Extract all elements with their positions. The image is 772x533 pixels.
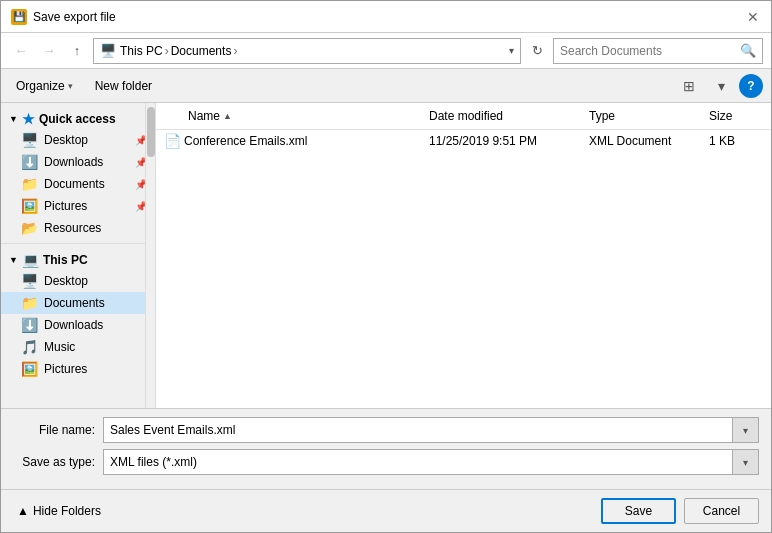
file-size: 1 KB — [701, 134, 771, 148]
sidebar-item-downloads-pc[interactable]: ⬇️ Downloads — [1, 314, 155, 336]
sidebar-item-label: Desktop — [44, 274, 88, 288]
save-type-input-wrapper[interactable]: ▾ — [103, 449, 759, 475]
sidebar-item-documents-quick[interactable]: 📁 Documents 📌 — [1, 173, 155, 195]
sidebar-item-desktop-pc[interactable]: 🖥️ Desktop — [1, 270, 155, 292]
file-icon: 📄 — [164, 133, 181, 149]
buttons-row: ▲ Hide Folders Save Cancel — [1, 489, 771, 532]
file-type: XML Document — [581, 134, 701, 148]
main-content: ▼ ★ Quick access 🖥️ Desktop 📌 ⬇️ Downloa… — [1, 103, 771, 408]
organize-button[interactable]: Organize ▾ — [9, 75, 80, 97]
file-name-label: File name: — [13, 423, 103, 437]
this-pc-label: This PC — [43, 253, 88, 267]
column-name-label: Name — [188, 109, 220, 123]
close-button[interactable]: ✕ — [745, 9, 761, 25]
sidebar-item-resources-quick[interactable]: 📂 Resources — [1, 217, 155, 239]
search-box[interactable]: 🔍 — [553, 38, 763, 64]
sidebar: ▼ ★ Quick access 🖥️ Desktop 📌 ⬇️ Downloa… — [1, 103, 156, 408]
up-button[interactable]: ↑ — [65, 39, 89, 63]
sidebar-item-desktop-quick[interactable]: 🖥️ Desktop 📌 — [1, 129, 155, 151]
sidebar-item-label: Pictures — [44, 362, 87, 376]
save-type-input[interactable] — [104, 455, 732, 469]
column-type-header[interactable]: Type — [581, 107, 701, 125]
new-folder-button[interactable]: New folder — [88, 75, 159, 97]
file-icon-col: 📄 — [156, 133, 180, 149]
sidebar-item-downloads-quick[interactable]: ⬇️ Downloads 📌 — [1, 151, 155, 173]
help-label: ? — [747, 79, 754, 93]
music-icon: 🎵 — [21, 339, 38, 355]
views-button[interactable]: ⊞ — [675, 74, 703, 98]
dialog-title: Save export file — [33, 10, 116, 24]
nav-bar: ← → ↑ 🖥️ This PC › Documents › ▾ ↻ 🔍 — [1, 33, 771, 69]
sidebar-item-label: Desktop — [44, 133, 88, 147]
file-area: Name ▲ Date modified Type Size 📄 — [156, 103, 771, 408]
address-parts: This PC › Documents › — [120, 44, 505, 58]
file-name-input-wrapper[interactable]: ▾ — [103, 417, 759, 443]
documents-icon: 📁 — [21, 295, 38, 311]
title-bar-left: 💾 Save export file — [11, 9, 116, 25]
sidebar-item-label: Pictures — [44, 199, 87, 213]
address-part-thispc: This PC — [120, 44, 163, 58]
sidebar-item-label: Documents — [44, 177, 105, 191]
column-date-header[interactable]: Date modified — [421, 107, 581, 125]
quick-access-chevron-icon: ▼ — [9, 114, 18, 124]
desktop-icon: 🖥️ — [21, 132, 38, 148]
save-type-row: Save as type: ▾ — [13, 449, 759, 475]
toolbar: Organize ▾ New folder ⊞ ▾ ? — [1, 69, 771, 103]
documents-icon: 📁 — [21, 176, 38, 192]
hide-folders-chevron-icon: ▲ — [17, 504, 29, 518]
file-list: 📄 Conference Emails.xml 11/25/2019 9:51 … — [156, 130, 771, 408]
sidebar-item-label: Documents — [44, 296, 105, 310]
sidebar-item-documents-pc[interactable]: 📁 Documents — [1, 292, 155, 314]
address-dropdown-icon[interactable]: ▾ — [509, 45, 514, 56]
column-type-label: Type — [589, 109, 615, 123]
sidebar-item-music-pc[interactable]: 🎵 Music — [1, 336, 155, 358]
sidebar-item-label: Downloads — [44, 155, 103, 169]
file-name-input[interactable] — [104, 423, 732, 437]
back-button[interactable]: ← — [9, 39, 33, 63]
column-size-label: Size — [709, 109, 732, 123]
save-type-dropdown-button[interactable]: ▾ — [732, 450, 758, 474]
help-button[interactable]: ? — [739, 74, 763, 98]
this-pc-header[interactable]: ▼ 💻 This PC — [1, 248, 155, 270]
bottom-section: File name: ▾ Save as type: ▾ — [1, 408, 771, 489]
sidebar-item-pictures-quick[interactable]: 🖼️ Pictures 📌 — [1, 195, 155, 217]
address-part-documents: Documents — [171, 44, 232, 58]
quick-access-label: Quick access — [39, 112, 116, 126]
title-bar: 💾 Save export file ✕ — [1, 1, 771, 33]
downloads-icon: ⬇️ — [21, 154, 38, 170]
save-as-type-label: Save as type: — [13, 455, 103, 469]
column-name-header[interactable]: Name ▲ — [180, 107, 421, 125]
new-folder-label: New folder — [95, 79, 152, 93]
pictures-icon: 🖼️ — [21, 198, 38, 214]
quick-access-header[interactable]: ▼ ★ Quick access — [1, 107, 155, 129]
this-pc-chevron-icon: ▼ — [9, 255, 18, 265]
quick-access-icon: ★ — [22, 111, 35, 127]
file-list-header: Name ▲ Date modified Type Size — [156, 103, 771, 130]
views-dropdown-button[interactable]: ▾ — [707, 74, 735, 98]
hide-folders-button[interactable]: ▲ Hide Folders — [13, 502, 105, 520]
table-row[interactable]: 📄 Conference Emails.xml 11/25/2019 9:51 … — [156, 130, 771, 152]
organize-chevron-icon: ▾ — [68, 81, 73, 91]
address-bar[interactable]: 🖥️ This PC › Documents › ▾ — [93, 38, 521, 64]
save-button[interactable]: Save — [601, 498, 676, 524]
cancel-label: Cancel — [703, 504, 740, 518]
column-size-header[interactable]: Size — [701, 107, 771, 125]
sidebar-divider — [1, 243, 155, 244]
cancel-button[interactable]: Cancel — [684, 498, 759, 524]
file-name: Conference Emails.xml — [180, 134, 421, 148]
refresh-button[interactable]: ↻ — [525, 39, 549, 63]
search-input[interactable] — [560, 44, 736, 58]
sidebar-item-pictures-pc[interactable]: 🖼️ Pictures — [1, 358, 155, 380]
dialog-icon: 💾 — [11, 9, 27, 25]
address-icon: 🖥️ — [100, 43, 116, 58]
resources-icon: 📂 — [21, 220, 38, 236]
sort-arrow-icon: ▲ — [223, 111, 232, 121]
file-name-row: File name: ▾ — [13, 417, 759, 443]
sidebar-item-label: Resources — [44, 221, 101, 235]
toolbar-right: ⊞ ▾ ? — [675, 74, 763, 98]
pictures-icon: 🖼️ — [21, 361, 38, 377]
forward-button[interactable]: → — [37, 39, 61, 63]
organize-label: Organize — [16, 79, 65, 93]
column-date-label: Date modified — [429, 109, 503, 123]
file-name-dropdown-button[interactable]: ▾ — [732, 418, 758, 442]
